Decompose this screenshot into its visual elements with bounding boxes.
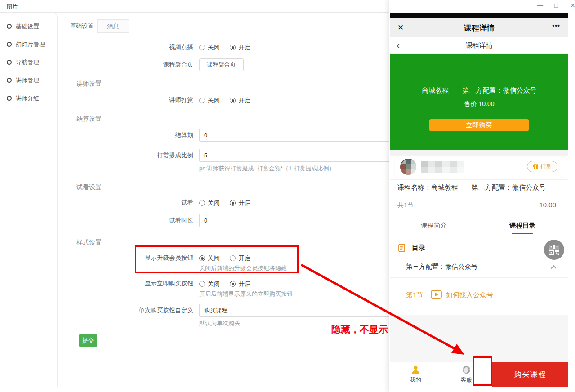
catalog-title: 目录 [412,244,425,252]
sidebar-item-navigation[interactable]: 导航管理 [0,53,57,71]
qr-code-button[interactable] [544,240,564,260]
settlement-period-input[interactable] [199,129,390,142]
sidebar-item-label: 基础设置 [16,23,39,30]
video-radio-group: 关闭 开启 [199,43,259,52]
field-label: 试看 [58,199,193,207]
radio-on[interactable]: 开启 [230,199,250,207]
circle-icon [7,96,12,101]
tabbar-item-service[interactable]: 客服 [448,362,484,387]
radio-icon [230,45,236,50]
radio-off[interactable]: 关闭 [199,254,220,263]
radio-icon [230,281,236,287]
sidebar-item-lecturer-dividend[interactable]: 讲师分红 [0,89,57,107]
page-subheader: ‹ 课程详情 [390,37,568,54]
radio-on[interactable]: 开启 [230,254,250,263]
sidebar-item-basic-settings[interactable]: 基础设置 [0,18,57,36]
radio-label: 关闭 [208,255,220,262]
catalog-doc-icon [398,244,406,252]
annotation-text: 隐藏，不显示 [331,323,388,336]
field-label: 打赏提成比例 [58,149,193,162]
reward-ratio-input[interactable] [199,149,390,162]
section-style-settings: 样式设置 [76,239,102,247]
chapter-row[interactable]: 第三方配置：微信公众号 [390,259,568,275]
maximize-button[interactable]: □ [554,2,558,9]
reward-radio-group: 关闭 开启 [199,96,259,105]
trial-radio-group: 关闭 开启 [199,199,259,207]
banner-buy-now-button[interactable]: 立即购买 [429,119,529,131]
radio-label: 开启 [238,255,250,262]
course-aggregate-button[interactable]: 课程聚合页 [199,58,244,71]
divider [390,179,568,180]
chevron-up-icon [551,265,557,271]
screenshot-root: 图片 基础设置 幻灯片管理 导航管理 讲师管理 讲师分红 基础设置 消息 视频点… [0,0,575,392]
headset-icon [462,365,471,374]
custom-help-note: 默认为单次购买 [199,319,240,327]
lesson-title: 如何接入公众号 [446,291,493,299]
tab-course-intro[interactable]: 课程简介 [400,221,468,230]
course-name: 课程名称：商城教程——第三方配置：微信公众号 [397,183,564,192]
buynow-radio-group: 关闭 开启 [199,280,259,288]
radio-off[interactable]: 关闭 [199,44,220,52]
upgrade-radio-group: 关闭 开启 [199,254,259,263]
field-label: 课程聚合页 [58,58,193,71]
radio-off[interactable]: 关闭 [199,97,220,105]
buy-button-text-input[interactable] [199,304,390,317]
lesson-row[interactable]: 第1节 如何接入公众号 [390,285,568,306]
phone-status-bar [390,13,568,18]
radio-icon [199,98,205,103]
author-card: 打赏 [395,156,563,178]
radio-off[interactable]: 关闭 [199,199,220,207]
field-label: 结算期 [58,129,193,142]
active-tab-underline [512,233,533,234]
tabbar-item-mine[interactable]: 我的 [397,362,433,387]
radio-off[interactable]: 关闭 [199,280,220,288]
more-icon[interactable]: ••• [552,22,560,29]
banner-course-title: 商城教程——第三方配置：微信公众号 [390,86,568,95]
divider [390,277,568,278]
radio-on[interactable]: 开启 [230,44,250,52]
radio-label: 开启 [238,200,250,206]
tab-basic-settings[interactable]: 基础设置 [67,19,97,33]
radio-icon [199,200,205,206]
radio-on[interactable]: 开启 [230,97,250,105]
field-label: 视频点播 [58,43,193,51]
radio-on[interactable]: 开启 [230,280,250,288]
censored-username [421,161,471,174]
reward-button-label: 打赏 [540,163,552,170]
circle-icon [7,24,12,29]
trial-duration-input[interactable] [199,214,390,227]
lesson-count: 共1节 [397,201,414,209]
content-tab-bar: 基础设置 消息 [58,19,389,32]
close-button[interactable]: ✕ [570,2,575,9]
minimize-button[interactable]: — [537,2,543,9]
video-play-icon [431,290,442,301]
radio-label: 关闭 [208,281,220,287]
phone-screen: ✕ 课程详情 ••• ‹ 课程详情 商城教程——第三方配置：微信公众号 售价 1… [390,13,568,392]
reward-button[interactable]: 打赏 [527,161,557,172]
radio-label: 关闭 [208,44,220,51]
tab-course-catalog[interactable]: 课程目录 [489,221,556,230]
radio-icon [199,281,205,287]
qr-code-icon [549,245,559,255]
sidebar: 基础设置 幻灯片管理 导航管理 讲师管理 讲师分红 [0,13,58,387]
upgrade-help-note: 关闭后前端的升级会员按钮将隐藏 [199,264,287,272]
page-title: 图片 [7,3,18,11]
section-gap [390,150,568,156]
course-banner: 商城教程——第三方配置：微信公众号 售价 10.00 立即购买 [390,54,568,150]
tab-message[interactable]: 消息 [97,19,129,33]
field-label: 显示升级会员按钮 [58,254,193,262]
field-label: 试看时长 [58,214,193,227]
radio-label: 开启 [238,281,250,287]
buy-course-button[interactable]: 购买课程 [492,362,568,387]
phone-preview-window: — □ ✕ ✕ 课程详情 ••• ‹ 课程详情 商城教程——第三方配置：微信公众… [389,0,575,392]
radio-icon [230,200,236,206]
sidebar-item-slideshow[interactable]: 幻灯片管理 [0,36,57,53]
lesson-number: 第1节 [406,291,423,299]
sidebar-item-lecturer-management[interactable]: 讲师管理 [0,71,57,89]
catalog-header: 目录 [398,244,406,254]
section-lecturer-settings: 讲师设置 [76,80,102,88]
radio-label: 开启 [238,97,250,104]
chapter-title: 第三方配置：微信公众号 [406,263,478,271]
radio-label: 关闭 [208,97,220,104]
submit-button[interactable]: 提交 [79,334,97,347]
